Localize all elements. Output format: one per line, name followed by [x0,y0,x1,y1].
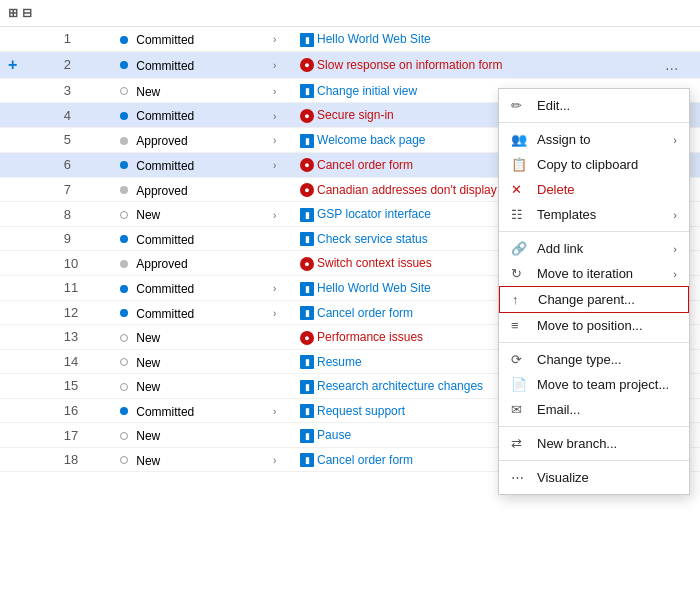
chevron-cell: › [265,128,292,153]
work-item-title[interactable]: Cancel order form [317,306,413,320]
expand-chevron[interactable]: › [273,60,276,71]
branch-icon: ⇄ [511,436,529,451]
collapse-all-icon[interactable]: ⊟ [22,6,32,20]
menu-item-label: Edit... [537,98,677,113]
story-icon: ▮ [300,306,314,320]
work-item-title[interactable]: Check service status [317,232,428,246]
work-item-title[interactable]: Welcome back page [317,133,426,147]
chevron-cell [265,226,292,251]
chevron-cell: › [265,103,292,128]
menu-item-assign-to[interactable]: 👥 Assign to › [499,127,689,152]
state-cell: New [112,349,265,374]
work-item-title[interactable]: Research architecture changes [317,379,483,393]
add-cell [0,202,56,227]
add-cell [0,251,56,276]
menu-item-email[interactable]: ✉ Email... [499,397,689,422]
work-item-title[interactable]: Performance issues [317,330,423,344]
story-icon: ▮ [300,355,314,369]
expand-chevron[interactable]: › [273,406,276,417]
expand-chevron[interactable]: › [273,210,276,221]
menu-item-move-to-iteration[interactable]: ↻ Move to iteration › [499,261,689,286]
order-cell: 13 [56,325,112,350]
menu-item-move-to-position[interactable]: ≡ Move to position... [499,313,689,338]
menu-item-templates[interactable]: ☷ Templates › [499,202,689,227]
expand-chevron[interactable]: › [273,160,276,171]
work-item-title[interactable]: Pause [317,428,351,442]
expand-chevron[interactable]: › [273,135,276,146]
work-item-title[interactable]: Resume [317,355,362,369]
menu-item-edit[interactable]: ✏ Edit... [499,93,689,118]
menu-divider [499,122,689,123]
work-item-title[interactable]: Slow response on information form [317,58,502,72]
state-dot [120,61,128,69]
copy-icon: 📋 [511,157,529,172]
order-cell: 2 [56,51,112,78]
order-cell: 8 [56,202,112,227]
expand-chevron[interactable]: › [273,111,276,122]
expand-chevron[interactable]: › [273,455,276,466]
add-cell: + [0,51,56,78]
menu-item-new-branch[interactable]: ⇄ New branch... [499,431,689,456]
work-item-title[interactable]: Hello World Web Site [317,32,431,46]
menu-cell [657,27,700,52]
expand-chevron[interactable]: › [273,86,276,97]
visualize-icon: ⋯ [511,470,529,485]
menu-item-copy-to-clipboard[interactable]: 📋 Copy to clipboard [499,152,689,177]
work-item-title[interactable]: Hello World Web Site [317,281,431,295]
expand-all-icon[interactable]: ⊞ [8,6,18,20]
chevron-cell: › [265,202,292,227]
menu-item-change-parent[interactable]: ↑ Change parent... [499,286,689,313]
menu-divider [499,342,689,343]
x-icon: ✕ [511,182,529,197]
change-type-icon: ⟳ [511,352,529,367]
menu-divider [499,231,689,232]
state-cell: New [112,78,265,103]
work-item-title[interactable]: Change initial view [317,84,417,98]
work-item-title[interactable]: Request support [317,404,405,418]
add-cell [0,103,56,128]
state-label: New [136,331,160,345]
add-child-button[interactable]: + [8,56,17,73]
state-cell: New [112,325,265,350]
work-item-title[interactable]: Cancel order form [317,453,413,467]
menu-item-add-link[interactable]: 🔗 Add link › [499,236,689,261]
state-label: New [136,453,160,467]
state-cell: Committed [112,152,265,177]
order-cell: 15 [56,374,112,399]
state-cell: Approved [112,177,265,202]
add-cell [0,152,56,177]
state-cell: Approved [112,251,265,276]
expand-chevron[interactable]: › [273,283,276,294]
chevron-cell [265,177,292,202]
menu-item-change-type[interactable]: ⟳ Change type... [499,347,689,372]
state-cell: Committed [112,103,265,128]
state-label: New [136,380,160,394]
parent-icon: ↑ [512,292,530,307]
add-cell [0,300,56,325]
add-cell [0,325,56,350]
story-icon: ▮ [300,208,314,222]
menu-item-move-to-team-project[interactable]: 📄 Move to team project... [499,372,689,397]
state-label: Committed [136,158,194,172]
expand-chevron[interactable]: › [273,34,276,45]
submenu-arrow-icon: › [673,209,677,221]
work-item-title[interactable]: Switch context issues [317,256,432,270]
team-icon: 📄 [511,377,529,392]
row-context-menu-button[interactable]: … [665,57,680,73]
state-label: Committed [136,232,194,246]
story-icon: ▮ [300,33,314,47]
work-item-title[interactable]: GSP locator interface [317,207,431,221]
iteration-icon: ↻ [511,266,529,281]
work-item-title[interactable]: Secure sign-in [317,108,394,122]
add-cell [0,398,56,423]
menu-item-visualize[interactable]: ⋯ Visualize [499,465,689,490]
menu-item-delete[interactable]: ✕ Delete [499,177,689,202]
state-dot [120,260,128,268]
state-label: Approved [136,183,187,197]
add-cell [0,374,56,399]
work-item-title[interactable]: Cancel order form [317,158,413,172]
add-cell [0,423,56,448]
expand-chevron[interactable]: › [273,308,276,319]
state-label: Committed [136,33,194,47]
state-label: Committed [136,282,194,296]
